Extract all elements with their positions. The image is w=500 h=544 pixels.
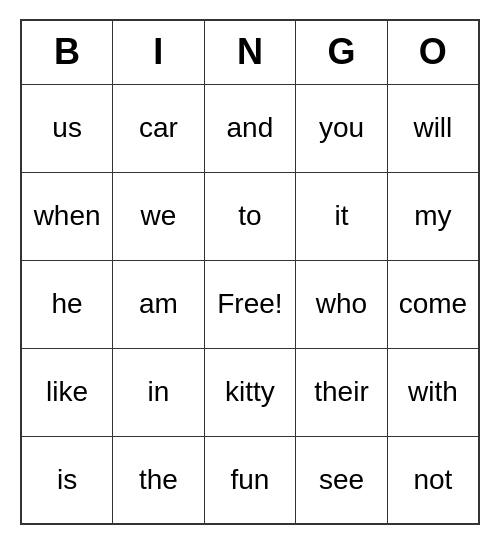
cell-4-2: fun xyxy=(204,436,296,524)
table-row: isthefunseenot xyxy=(21,436,479,524)
table-row: heamFree!whocome xyxy=(21,260,479,348)
header-letter-b: B xyxy=(21,20,113,84)
cell-3-2: kitty xyxy=(204,348,296,436)
cell-2-3: who xyxy=(296,260,388,348)
cell-3-4: with xyxy=(387,348,479,436)
cell-3-1: in xyxy=(113,348,204,436)
cell-2-4: come xyxy=(387,260,479,348)
bingo-header-row: BINGO xyxy=(21,20,479,84)
bingo-card: BINGO uscarandyouwillwhenwetoitmyheamFre… xyxy=(20,19,480,525)
cell-0-1: car xyxy=(113,84,204,172)
cell-2-1: am xyxy=(113,260,204,348)
cell-2-0: he xyxy=(21,260,113,348)
cell-4-0: is xyxy=(21,436,113,524)
cell-0-3: you xyxy=(296,84,388,172)
cell-4-4: not xyxy=(387,436,479,524)
table-row: likeinkittytheirwith xyxy=(21,348,479,436)
cell-0-2: and xyxy=(204,84,296,172)
cell-1-3: it xyxy=(296,172,388,260)
header-letter-i: I xyxy=(113,20,204,84)
header-letter-g: G xyxy=(296,20,388,84)
cell-4-1: the xyxy=(113,436,204,524)
cell-3-0: like xyxy=(21,348,113,436)
table-row: whenwetoitmy xyxy=(21,172,479,260)
cell-1-2: to xyxy=(204,172,296,260)
cell-0-4: will xyxy=(387,84,479,172)
header-letter-o: O xyxy=(387,20,479,84)
cell-1-4: my xyxy=(387,172,479,260)
header-letter-n: N xyxy=(204,20,296,84)
cell-1-0: when xyxy=(21,172,113,260)
table-row: uscarandyouwill xyxy=(21,84,479,172)
cell-3-3: their xyxy=(296,348,388,436)
cell-4-3: see xyxy=(296,436,388,524)
cell-2-2: Free! xyxy=(204,260,296,348)
cell-1-1: we xyxy=(113,172,204,260)
cell-0-0: us xyxy=(21,84,113,172)
